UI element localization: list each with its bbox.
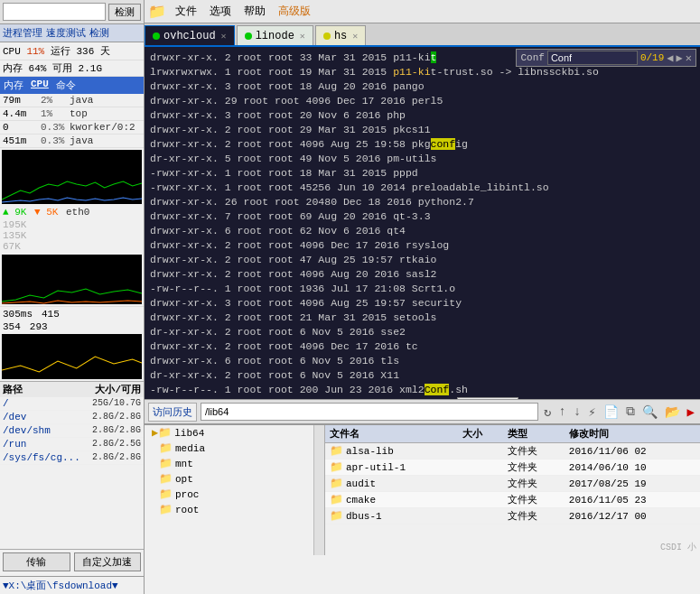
file-date-cell: 2016/12/17 00 <box>565 508 700 524</box>
custom-accel-btn[interactable]: 自定义加速 <box>74 552 142 571</box>
history-button[interactable]: 访问历史 <box>148 403 197 422</box>
file-row[interactable]: 📁apr-util-1 文件夹 2014/06/10 10 <box>325 459 700 476</box>
right-toolbar: 📁 文件 选项 帮助 高级版 <box>145 0 700 23</box>
tree-item-opt[interactable]: 📁 opt <box>145 471 313 487</box>
file-folder-icon: 📁 <box>330 444 343 458</box>
speed-test-btn[interactable]: 速度测试 <box>46 26 86 40</box>
file-row[interactable]: 📁audit 文件夹 2017/08/25 19 <box>325 476 700 492</box>
connect-icon[interactable]: ⚡ <box>586 403 597 422</box>
fb-scroll-area: ▶📁 lib64 📁 media 📁 mnt <box>145 425 324 555</box>
term-line: drwxr-xr-x. 2 root root 29 Mar 31 2015 p… <box>150 123 695 137</box>
tab-ovhcloud-close[interactable]: ✕ <box>221 31 227 42</box>
local-path-arrow[interactable]: ▼ <box>112 580 118 591</box>
tree-label-media: media <box>175 443 205 454</box>
search-label: Conf <box>520 52 544 63</box>
term-line: drwxr-xr-x. 7 root root 69 Aug 20 2016 q… <box>150 209 695 224</box>
process-mgr-btn[interactable]: 进程管理 <box>3 26 42 40</box>
file-type-cell: 文件夹 <box>503 459 564 476</box>
tab-linode-close[interactable]: ✕ <box>300 31 305 42</box>
file-folder-icon: 📁 <box>330 509 343 523</box>
play-icon[interactable]: ▶ <box>686 403 696 422</box>
col-date: 修改时间 <box>565 425 700 443</box>
path-section: 路径 大小/可用 / 25G/10.7G /dev 2.8G/2.8G /dev… <box>0 381 144 465</box>
file-date-cell: 2017/08/25 19 <box>565 476 700 492</box>
folder-icon-mnt: 📁 <box>159 457 173 470</box>
left-search-bar: 检测 <box>0 0 144 24</box>
tab-linode-label: linode <box>256 30 294 42</box>
col-filename: 文件名 <box>325 425 458 443</box>
tab-command[interactable]: 命令 <box>56 79 76 92</box>
tab-linode[interactable]: linode ✕ <box>237 25 313 45</box>
term-line: dr-xr-xr-x. 5 root root 49 Nov 5 2016 pm… <box>150 152 695 166</box>
term-line: drwxr-xr-x. 2 root root 4096 Dec 17 2016… <box>150 339 695 354</box>
file-row[interactable]: 📁dbus-1 文件夹 2016/12/17 00 <box>325 508 700 524</box>
tab-memory[interactable]: 内存 <box>4 79 23 92</box>
file-type-cell: 文件夹 <box>503 508 564 524</box>
search-prev-btn[interactable]: ◀ <box>667 51 673 65</box>
term-line: dr-xr-xr-x. 2 root root 6 Nov 5 2016 sse… <box>150 325 695 339</box>
term-line: -rw-r--r--. 1 root root 200 Jun 23 2016 … <box>150 383 695 397</box>
file-date-cell: 2014/06/10 10 <box>565 459 700 476</box>
folder-icon-proc: 📁 <box>159 487 173 501</box>
menu-options[interactable]: 选项 <box>206 4 235 19</box>
file-date-cell: 2016/11/06 02 <box>565 443 700 459</box>
file-row[interactable]: 📁cmake 文件夹 2016/11/05 23 <box>325 492 700 508</box>
cpu-row: 0 0.3% kworker/0:2 <box>0 121 144 135</box>
term-line: drwxr-xr-x. 6 root root 6 Nov 5 2016 tls <box>150 354 695 368</box>
detect3-btn[interactable]: 检测 <box>89 26 109 40</box>
tree-item-mnt[interactable]: 📁 mnt <box>145 456 313 471</box>
search-input[interactable] <box>3 3 106 21</box>
addr-bar: 访问历史 ↻ ↑ ↓ ⚡ 📄 ⧉ 🔍 📂 ▶ <box>145 399 700 424</box>
path-header: 路径 大小/可用 <box>0 382 144 397</box>
file-row[interactable]: 📁alsa-lib 文件夹 2016/11/06 02 <box>325 443 700 459</box>
search-bar: Conf 0/19 ◀ ▶ ✕ <box>516 49 696 67</box>
path-input[interactable] <box>201 403 538 421</box>
local-path-text[interactable]: X:\桌面\fsdownload <box>9 579 112 592</box>
tree-label-proc: proc <box>175 489 199 500</box>
file-icon[interactable]: 📄 <box>602 403 621 422</box>
file-type-cell: 文件夹 <box>503 492 564 508</box>
term-line: drwxr-xr-x. 26 root root 20480 Dec 18 20… <box>150 195 695 209</box>
cpu-graph <box>2 150 142 204</box>
folder-open-icon[interactable]: 📂 <box>663 403 682 422</box>
fb-table: 文件名 大小 类型 修改时间 📁alsa-lib 文件夹 2016/11/06 … <box>325 425 700 524</box>
tree-item-lib64[interactable]: ▶📁 lib64 <box>145 425 313 441</box>
copy-icon2[interactable]: ⧉ <box>624 403 637 421</box>
tree-item-root[interactable]: 📁 root <box>145 502 313 517</box>
search-close-btn[interactable]: ✕ <box>686 51 692 65</box>
menu-file[interactable]: 文件 <box>172 4 201 19</box>
menu-advanced[interactable]: 高级版 <box>275 4 314 19</box>
search-input-terminal[interactable] <box>547 51 638 65</box>
tree-item-media[interactable]: 📁 media <box>145 441 313 456</box>
tab-hs[interactable]: hs ✕ <box>315 25 366 45</box>
tree-label-root: root <box>175 505 199 515</box>
path-row: /sys/fs/cg... 2.8G/2.8G <box>0 451 144 465</box>
menu-help[interactable]: 帮助 <box>240 4 269 19</box>
fb-scrollbar[interactable] <box>313 425 324 555</box>
col-size: 大小 <box>458 425 503 443</box>
search-icon2[interactable]: 🔍 <box>640 403 659 422</box>
tab-dot-linode <box>245 32 252 40</box>
term-line: drwxr-xr-x. 2 root root 4096 Aug 25 19:5… <box>150 137 695 152</box>
file-name-cell: 📁apr-util-1 <box>325 459 458 476</box>
file-folder-icon: 📁 <box>330 460 343 474</box>
search-next-btn[interactable]: ▶ <box>677 51 683 65</box>
tab-cpu[interactable]: CPU <box>31 79 49 92</box>
term-line: drwxr-xr-x. 6 root root 62 Nov 6 2016 qt… <box>150 224 695 238</box>
file-name-cell: 📁dbus-1 <box>325 508 458 524</box>
tab-hs-close[interactable]: ✕ <box>352 31 358 42</box>
detect-button[interactable]: 检测 <box>108 4 141 21</box>
tree-item-proc[interactable]: 📁 proc <box>145 487 313 502</box>
transfer-btn[interactable]: 传输 <box>3 552 70 571</box>
terminal[interactable]: Conf 0/19 ◀ ▶ ✕ drwxr-xr-x. 2 root root … <box>145 47 700 399</box>
latency-val3: 354 <box>3 321 21 332</box>
file-type-cell: 文件夹 <box>503 476 564 492</box>
bottom-buttons: 传输 自定义加速 <box>0 549 144 574</box>
tab-ovhcloud[interactable]: ovhcloud ✕ <box>145 25 235 45</box>
upload-icon[interactable]: ↑ <box>556 403 567 421</box>
term-line: -rw-r--r--. 1 root root 1936 Jul 17 21:0… <box>150 282 695 296</box>
term-line: dr-xr-xr-x. 2 root root 6 Nov 5 2016 X11 <box>150 368 695 383</box>
download-icon[interactable]: ↓ <box>572 403 583 421</box>
folder-icon-root: 📁 <box>159 503 173 516</box>
refresh-icon[interactable]: ↻ <box>542 403 553 422</box>
